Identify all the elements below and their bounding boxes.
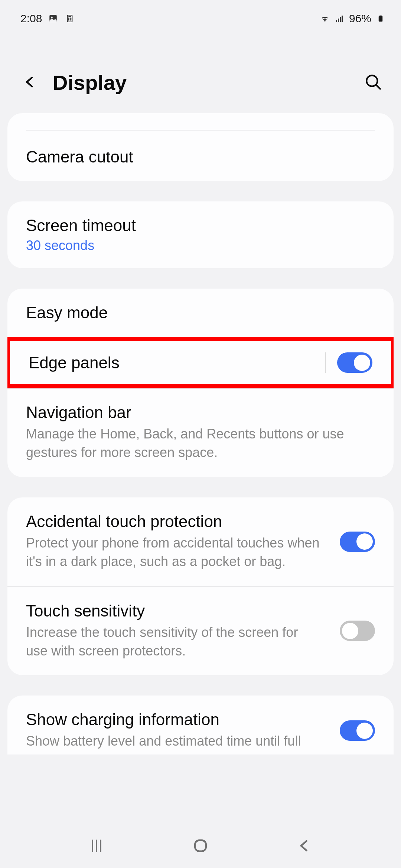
settings-group-touch: Accidental touch protection Protect your… bbox=[7, 497, 394, 675]
toggle-knob bbox=[356, 723, 373, 739]
settings-item-edge-panels[interactable]: Edge panels bbox=[7, 337, 394, 388]
battery-icon bbox=[375, 14, 386, 23]
settings-item-navigation-bar[interactable]: Navigation bar Manage the Home, Back, an… bbox=[7, 388, 394, 477]
header: Display bbox=[0, 59, 401, 113]
signal-icon bbox=[334, 14, 345, 23]
svg-rect-19 bbox=[195, 840, 206, 851]
settings-item-charging-info[interactable]: Show charging information Show battery l… bbox=[7, 696, 394, 754]
settings-item-camera-cutout[interactable]: Camera cutout bbox=[7, 126, 394, 181]
settings-item-screen-timeout[interactable]: Screen timeout 30 seconds bbox=[7, 201, 394, 268]
svg-rect-11 bbox=[342, 16, 343, 22]
svg-rect-8 bbox=[336, 20, 337, 22]
status-left: 2:08 bbox=[20, 12, 75, 25]
system-nav-bar bbox=[0, 823, 401, 868]
item-title: Screen timeout bbox=[26, 216, 375, 235]
calculator-icon bbox=[64, 14, 75, 23]
svg-point-6 bbox=[69, 20, 69, 20]
item-desc: Increase the touch sensitivity of the sc… bbox=[26, 623, 321, 661]
settings-group-ui: Easy mode Edge panels Navigation bar Man… bbox=[7, 289, 394, 477]
home-button[interactable] bbox=[191, 836, 210, 855]
item-title: Easy mode bbox=[26, 303, 375, 322]
battery-percent: 96% bbox=[349, 12, 371, 25]
svg-point-5 bbox=[71, 18, 71, 19]
toggle-divider bbox=[325, 352, 326, 373]
svg-point-4 bbox=[69, 18, 69, 19]
search-button[interactable] bbox=[364, 73, 382, 93]
settings-item-easy-mode[interactable]: Easy mode bbox=[7, 289, 394, 337]
status-time: 2:08 bbox=[20, 12, 42, 25]
svg-point-7 bbox=[71, 20, 71, 20]
accidental-touch-toggle[interactable] bbox=[340, 532, 375, 552]
toggle-knob bbox=[354, 355, 370, 371]
back-button[interactable] bbox=[22, 74, 38, 91]
svg-line-15 bbox=[376, 85, 380, 89]
touch-sensitivity-toggle[interactable] bbox=[340, 621, 375, 641]
charging-info-toggle[interactable] bbox=[340, 720, 375, 741]
wifi-icon bbox=[319, 14, 330, 23]
recents-button[interactable] bbox=[87, 836, 106, 855]
item-title: Edge panels bbox=[29, 354, 325, 372]
gallery-icon bbox=[48, 14, 59, 23]
svg-rect-13 bbox=[379, 16, 383, 22]
svg-rect-10 bbox=[340, 17, 341, 22]
settings-group-timeout: Screen timeout 30 seconds bbox=[7, 201, 394, 268]
svg-rect-9 bbox=[338, 19, 339, 22]
back-nav-button[interactable] bbox=[295, 836, 314, 855]
settings-item-accidental-touch[interactable]: Accidental touch protection Protect your… bbox=[7, 497, 394, 586]
item-title: Show charging information bbox=[26, 710, 321, 729]
toggle-knob bbox=[342, 623, 358, 639]
item-desc: Manage the Home, Back, and Recents butto… bbox=[26, 425, 375, 462]
item-title: Navigation bar bbox=[26, 403, 375, 422]
item-desc: Show battery level and estimated time un… bbox=[26, 732, 321, 750]
item-value: 30 seconds bbox=[26, 238, 375, 253]
item-title: Accidental touch protection bbox=[26, 512, 321, 531]
settings-item-touch-sensitivity[interactable]: Touch sensitivity Increase the touch sen… bbox=[7, 586, 394, 675]
status-bar: 2:08 96% bbox=[0, 0, 401, 30]
status-right: 96% bbox=[319, 12, 386, 25]
item-title: Camera cutout bbox=[26, 148, 375, 166]
toggle-knob bbox=[356, 533, 373, 550]
edge-panels-toggle[interactable] bbox=[337, 352, 372, 373]
item-title: Touch sensitivity bbox=[26, 602, 321, 620]
item-desc: Protect your phone from accidental touch… bbox=[26, 534, 321, 571]
settings-group-charging: Show charging information Show battery l… bbox=[7, 696, 394, 754]
svg-rect-2 bbox=[68, 15, 72, 22]
settings-group-camera: Camera cutout bbox=[7, 113, 394, 181]
page-title: Display bbox=[53, 70, 127, 95]
svg-point-1 bbox=[51, 17, 53, 18]
